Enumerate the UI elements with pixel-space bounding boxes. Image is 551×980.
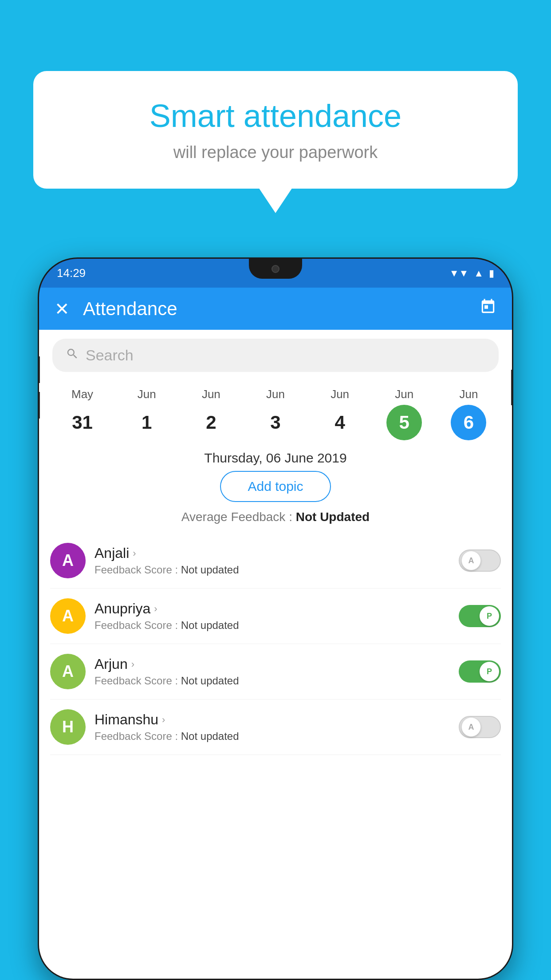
- attendance-toggle[interactable]: P: [459, 660, 501, 683]
- status-time: 14:29: [57, 266, 86, 280]
- date-month: Jun: [395, 387, 413, 401]
- status-bar: 14:29 ▼▼ ▲ ▮: [39, 259, 512, 288]
- date-item[interactable]: Jun1: [129, 387, 165, 440]
- student-avatar: A: [50, 654, 86, 689]
- student-item[interactable]: HHimanshu ›Feedback Score : Not updatedA: [50, 699, 501, 755]
- attendance-toggle[interactable]: A: [459, 716, 501, 738]
- date-month: Jun: [202, 387, 220, 401]
- search-placeholder: Search: [86, 347, 134, 364]
- calendar-icon[interactable]: [480, 298, 496, 319]
- date-number[interactable]: 1: [129, 405, 165, 440]
- attendance-toggle[interactable]: P: [459, 605, 501, 627]
- date-month: Jun: [266, 387, 285, 401]
- date-number[interactable]: 2: [193, 405, 229, 440]
- selected-date-label: Thursday, 06 June 2019: [39, 450, 512, 466]
- chevron-icon: ›: [133, 548, 136, 559]
- student-name: Anupriya ›: [94, 601, 450, 617]
- date-item[interactable]: Jun3: [258, 387, 293, 440]
- student-avatar: A: [50, 543, 86, 578]
- chevron-icon: ›: [131, 659, 134, 670]
- add-topic-button[interactable]: Add topic: [220, 471, 331, 502]
- student-name: Anjali ›: [94, 545, 450, 561]
- volume-down-button: [39, 392, 40, 419]
- phone-frame: 14:29 ▼▼ ▲ ▮ ✕ Attendance: [38, 257, 513, 980]
- toggle-knob: P: [480, 606, 499, 626]
- avg-feedback-label: Average Feedback :: [181, 510, 296, 524]
- student-name: Himanshu ›: [94, 711, 450, 728]
- date-month: May: [71, 387, 93, 401]
- date-row: May31Jun1Jun2Jun3Jun4Jun5Jun6: [39, 381, 512, 443]
- toggle-knob: A: [461, 717, 481, 737]
- date-item[interactable]: Jun2: [193, 387, 229, 440]
- date-item[interactable]: Jun5: [386, 387, 422, 440]
- date-item[interactable]: Jun4: [322, 387, 358, 440]
- student-feedback: Feedback Score : Not updated: [94, 730, 450, 743]
- date-month: Jun: [331, 387, 349, 401]
- date-item[interactable]: May31: [65, 387, 100, 440]
- phone-inner: 14:29 ▼▼ ▲ ▮ ✕ Attendance: [39, 259, 512, 979]
- student-feedback: Feedback Score : Not updated: [94, 564, 450, 576]
- student-info: Anupriya ›Feedback Score : Not updated: [86, 601, 459, 632]
- student-info: Himanshu ›Feedback Score : Not updated: [86, 711, 459, 743]
- avg-feedback: Average Feedback : Not Updated: [39, 510, 512, 524]
- date-month: Jun: [138, 387, 156, 401]
- toggle-knob: P: [480, 662, 499, 681]
- student-item[interactable]: AAnjali ›Feedback Score : Not updatedA: [50, 533, 501, 589]
- date-month: Jun: [459, 387, 478, 401]
- feedback-value: Not updated: [181, 675, 239, 687]
- student-item[interactable]: AArjun ›Feedback Score : Not updatedP: [50, 644, 501, 699]
- student-list: AAnjali ›Feedback Score : Not updatedAAA…: [39, 533, 512, 755]
- screen-content: Search May31Jun1Jun2Jun3Jun4Jun5Jun6 Thu…: [39, 330, 512, 979]
- student-item[interactable]: AAnupriya ›Feedback Score : Not updatedP: [50, 589, 501, 644]
- search-bar[interactable]: Search: [52, 339, 499, 372]
- signal-icon: ▲: [474, 268, 484, 279]
- student-feedback: Feedback Score : Not updated: [94, 619, 450, 632]
- speech-bubble-subtitle: will replace your paperwork: [69, 143, 482, 162]
- date-number[interactable]: 3: [258, 405, 293, 440]
- student-info: Anjali ›Feedback Score : Not updated: [86, 545, 459, 576]
- camera: [272, 265, 279, 273]
- date-item[interactable]: Jun6: [451, 387, 486, 440]
- avg-feedback-value: Not Updated: [296, 510, 370, 524]
- battery-icon: ▮: [489, 268, 494, 279]
- power-button: [511, 370, 512, 405]
- status-icons: ▼▼ ▲ ▮: [449, 268, 494, 279]
- chevron-icon: ›: [154, 603, 157, 615]
- date-number[interactable]: 4: [322, 405, 358, 440]
- toggle-knob: A: [461, 551, 481, 570]
- app-bar-left: ✕ Attendance: [55, 298, 177, 320]
- app-bar: ✕ Attendance: [39, 288, 512, 330]
- volume-up-button: [39, 356, 40, 383]
- date-number[interactable]: 31: [65, 405, 100, 440]
- app-bar-title: Attendance: [83, 298, 177, 320]
- student-info: Arjun ›Feedback Score : Not updated: [86, 656, 459, 687]
- student-name: Arjun ›: [94, 656, 450, 672]
- speech-bubble: Smart attendance will replace your paper…: [33, 71, 518, 189]
- close-button[interactable]: ✕: [55, 299, 70, 319]
- student-avatar: H: [50, 709, 86, 745]
- wifi-icon: ▼▼: [449, 268, 469, 279]
- notch: [249, 259, 302, 279]
- feedback-value: Not updated: [181, 564, 239, 576]
- feedback-value: Not updated: [181, 730, 239, 742]
- search-icon: [66, 347, 79, 364]
- speech-bubble-title: Smart attendance: [69, 98, 482, 134]
- date-number[interactable]: 5: [386, 405, 422, 440]
- attendance-toggle[interactable]: A: [459, 549, 501, 572]
- chevron-icon: ›: [162, 714, 165, 726]
- date-number[interactable]: 6: [451, 405, 486, 440]
- student-avatar: A: [50, 598, 86, 634]
- student-feedback: Feedback Score : Not updated: [94, 675, 450, 687]
- feedback-value: Not updated: [181, 619, 239, 631]
